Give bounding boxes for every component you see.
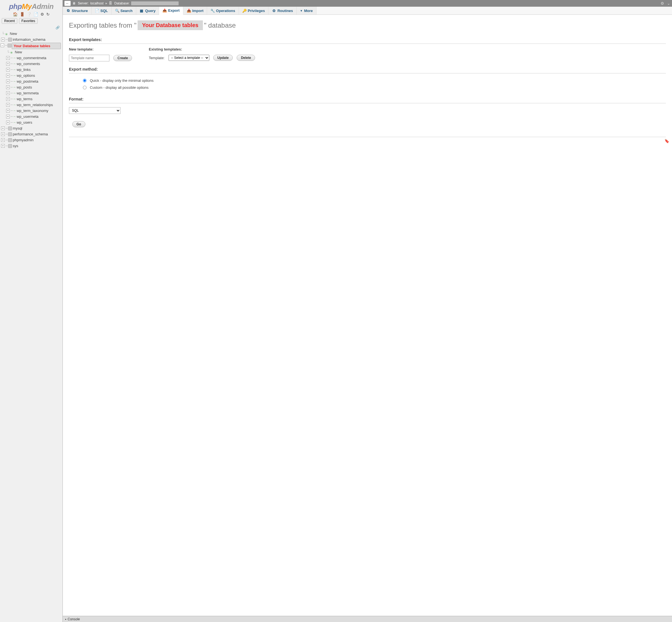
tree-db-your-database-label[interactable]: Your Database tables <box>12 43 61 49</box>
tree-db-phpmyadmin[interactable]: +─phpmyadmin <box>1 137 62 143</box>
breadcrumb-server-value[interactable]: localhost <box>91 1 104 5</box>
logo-part-php: php <box>9 2 22 11</box>
page-title-suffix: " database <box>204 22 236 29</box>
tab-row: ⧉Structure 📄SQL 🔍Search ▦Query 📤Export 📥… <box>63 7 672 15</box>
section-format: Format: <box>69 97 666 103</box>
tree-db-information-schema[interactable]: + ─ information_schema <box>1 37 62 42</box>
tree-table-wp-term-taxonomy[interactable]: +─↔wp_term_taxonomy <box>6 108 62 114</box>
exit-icon[interactable]: 🚪 <box>20 12 25 16</box>
table-arrows-icon: ↔ <box>13 91 16 96</box>
table-arrows-icon: ↔ <box>13 102 16 107</box>
expand-icon[interactable]: + <box>1 127 5 130</box>
tree-table-wp-postmeta[interactable]: +─↔wp_postmeta <box>6 78 62 84</box>
import-icon: 📥 <box>187 9 191 13</box>
expand-icon[interactable]: + <box>6 62 10 66</box>
tree-db-mysql[interactable]: +─mysql <box>1 125 62 131</box>
expand-icon[interactable]: + <box>6 74 10 77</box>
expand-icon[interactable]: + <box>1 144 5 148</box>
table-arrows-icon: ↔ <box>13 120 16 125</box>
db-tree: └ ✳ New + ─ information_schema – ─ Your … <box>0 30 63 622</box>
tab-sql[interactable]: 📄SQL <box>92 7 112 14</box>
console-bar[interactable]: ▪ Console <box>63 616 672 622</box>
tree-table-wp-posts[interactable]: +─↔wp_posts <box>6 84 62 90</box>
go-button[interactable]: Go <box>72 121 85 127</box>
bookmark-icon[interactable]: 🔖 <box>665 139 669 143</box>
expand-icon[interactable]: + <box>6 91 10 95</box>
tab-more[interactable]: ▼More <box>297 7 316 14</box>
reload-icon[interactable]: ↻ <box>46 12 50 16</box>
link-chain-icon[interactable]: 🔗 <box>56 26 60 30</box>
bottom-divider <box>69 137 666 137</box>
radio-custom-row[interactable]: Custom - display all possible options <box>83 85 666 90</box>
new-db-icon: ✳ <box>5 32 9 36</box>
database-icon <box>8 127 12 130</box>
expand-icon[interactable]: + <box>6 115 10 118</box>
expand-icon[interactable]: + <box>1 38 5 41</box>
tree-table-wp-commentmeta[interactable]: +─↔wp_commentmeta <box>6 55 62 61</box>
database-icon <box>8 138 12 142</box>
expand-icon[interactable]: + <box>6 97 10 101</box>
table-arrows-icon: ↔ <box>13 79 16 84</box>
tree-db-sys[interactable]: +─sys <box>1 143 62 149</box>
tab-operations[interactable]: 🔧Operations <box>207 7 239 14</box>
query-icon: ▦ <box>140 9 144 13</box>
template-select[interactable]: -- Select a template -- <box>169 55 209 61</box>
radio-quick-label: Quick - display only the minimal options <box>90 78 153 83</box>
gear-icon[interactable]: ⚙ <box>661 1 664 6</box>
tree-new-table[interactable]: └ ✳ New <box>6 49 62 55</box>
tree-table-wp-termmeta[interactable]: +─↔wp_termmeta <box>6 90 62 96</box>
tab-export[interactable]: 📤Export <box>159 7 183 15</box>
expand-icon[interactable]: + <box>6 109 10 112</box>
database-breadcrumb-icon: 🗄 <box>109 1 112 5</box>
format-select[interactable]: SQL <box>69 107 120 114</box>
help-icon[interactable]: ❔ <box>27 12 32 16</box>
tab-import[interactable]: 📥Import <box>183 7 207 14</box>
settings-gear-icon[interactable]: ⚙ <box>40 12 44 16</box>
template-select-label: Template: <box>149 56 164 60</box>
tab-structure[interactable]: ⧉Structure <box>63 7 92 14</box>
tree-table-wp-comments[interactable]: +─↔wp_comments <box>6 61 62 67</box>
collapse-icon[interactable]: – <box>1 43 4 47</box>
breadcrumb-db-value-redacted[interactable] <box>131 1 179 5</box>
delete-button[interactable]: Delete <box>237 55 255 61</box>
update-button[interactable]: Update <box>213 55 233 61</box>
tab-privileges[interactable]: 🔑Privileges <box>239 7 269 14</box>
tab-query[interactable]: ▦Query <box>136 7 160 14</box>
page-title: Exporting tables from " Your Database ta… <box>69 21 666 30</box>
expand-icon[interactable]: + <box>1 138 5 142</box>
radio-quick[interactable] <box>83 79 86 82</box>
recent-button[interactable]: Recent <box>2 18 17 24</box>
collapse-top-icon[interactable]: ⌄ <box>667 1 670 6</box>
table-arrows-icon: ↔ <box>13 108 16 113</box>
home-icon[interactable]: 🏠 <box>13 12 17 16</box>
tree-table-wp-usermeta[interactable]: +─↔wp_usermeta <box>6 114 62 119</box>
expand-icon[interactable]: + <box>1 132 5 136</box>
expand-icon[interactable]: + <box>6 68 10 71</box>
tab-routines[interactable]: ⚙Routines <box>269 7 297 14</box>
radio-custom-label: Custom - display all possible options <box>90 85 148 90</box>
expand-icon[interactable]: + <box>6 120 10 124</box>
create-button[interactable]: Create <box>113 55 132 61</box>
tree-table-wp-links[interactable]: +─↔wp_links <box>6 67 62 73</box>
expand-icon[interactable]: + <box>6 85 10 89</box>
table-arrows-icon: ↔ <box>13 73 16 78</box>
table-arrows-icon: ↔ <box>13 96 16 102</box>
tree-table-wp-users[interactable]: +─↔wp_users <box>6 119 62 125</box>
tree-new-db[interactable]: └ ✳ New <box>1 31 62 37</box>
expand-icon[interactable]: + <box>6 103 10 107</box>
docs-icon[interactable]: 📄 <box>34 12 38 16</box>
tree-db-performance-schema[interactable]: +─performance_schema <box>1 131 62 137</box>
tab-search[interactable]: 🔍Search <box>112 7 136 14</box>
favorites-button[interactable]: Favorites <box>19 18 38 24</box>
expand-icon[interactable]: + <box>6 56 10 60</box>
template-name-input[interactable] <box>69 55 109 61</box>
back-button[interactable]: ← <box>65 1 71 6</box>
radio-custom[interactable] <box>83 86 86 89</box>
tree-table-wp-terms[interactable]: +─↔wp_terms <box>6 96 62 102</box>
console-label: Console <box>68 617 80 621</box>
expand-icon[interactable]: + <box>6 79 10 83</box>
tree-table-wp-options[interactable]: +─↔wp_options <box>6 73 62 78</box>
logo[interactable]: phpMyAdmin <box>0 0 63 11</box>
radio-quick-row[interactable]: Quick - display only the minimal options <box>83 78 666 83</box>
tree-table-wp-term-relationships[interactable]: +─↔wp_term_relationships <box>6 102 62 108</box>
